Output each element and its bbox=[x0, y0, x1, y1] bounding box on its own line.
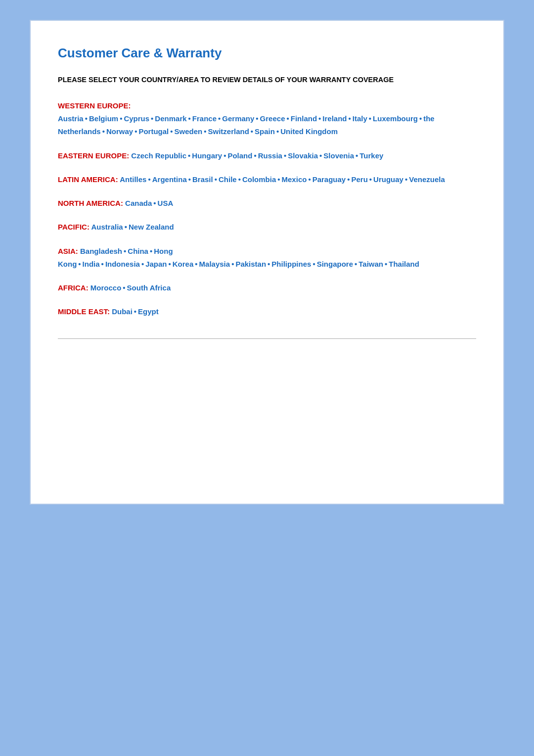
country-link-dubai[interactable]: Dubai bbox=[112, 307, 133, 316]
bullet-icon: • bbox=[238, 175, 241, 184]
country-link-pakistan[interactable]: Pakistan bbox=[235, 260, 266, 268]
country-link-malaysia[interactable]: Malaysia bbox=[199, 260, 230, 268]
bullet-icon: • bbox=[169, 260, 171, 268]
country-link-finland[interactable]: Finland bbox=[291, 114, 317, 123]
region-block-asia: ASIA: Bangladesh•China•Hong Kong•India•I… bbox=[58, 245, 476, 271]
region-label-middle-east: MIDDLE EAST: bbox=[58, 307, 112, 316]
country-link-egypt[interactable]: Egypt bbox=[138, 307, 159, 316]
bullet-icon: • bbox=[385, 260, 387, 268]
country-link-portugal[interactable]: Portugal bbox=[138, 127, 169, 136]
country-link-morocco[interactable]: Morocco bbox=[90, 284, 122, 292]
bullet-icon: • bbox=[215, 175, 217, 184]
region-label-western-europe: WESTERN EUROPE: bbox=[58, 101, 131, 110]
bullet-icon: • bbox=[286, 114, 289, 123]
country-link-united-kingdom[interactable]: United Kingdom bbox=[280, 127, 338, 136]
bullet-icon: • bbox=[276, 127, 279, 136]
country-link-spain[interactable]: Spain bbox=[255, 127, 275, 136]
country-link-mexico[interactable]: Mexico bbox=[282, 175, 307, 184]
country-link-paraguay[interactable]: Paraguay bbox=[312, 175, 346, 184]
bullet-icon: • bbox=[267, 260, 270, 268]
region-label-asia: ASIA: bbox=[58, 247, 80, 255]
country-link-antilles[interactable]: Antilles bbox=[120, 175, 146, 184]
country-link-korea[interactable]: Korea bbox=[173, 260, 194, 268]
region-label-north-america: NORTH AMERICA: bbox=[58, 199, 125, 207]
bullet-icon: • bbox=[312, 260, 315, 268]
country-link-czech-republic[interactable]: Czech Republic bbox=[131, 151, 186, 160]
country-link-argentina[interactable]: Argentina bbox=[152, 175, 187, 184]
country-link-philippines[interactable]: Philippines bbox=[271, 260, 311, 268]
country-link-slovenia[interactable]: Slovenia bbox=[323, 151, 354, 160]
bullet-icon: • bbox=[355, 260, 357, 268]
country-link-luxembourg[interactable]: Luxembourg bbox=[373, 114, 418, 123]
bullet-icon: • bbox=[120, 114, 122, 123]
bullet-icon: • bbox=[277, 175, 280, 184]
region-block-africa: AFRICA: Morocco•South Africa bbox=[58, 282, 476, 294]
country-link-cyprus[interactable]: Cyprus bbox=[124, 114, 149, 123]
country-link-japan[interactable]: Japan bbox=[145, 260, 167, 268]
bullet-icon: • bbox=[101, 260, 104, 268]
bullet-icon: • bbox=[308, 175, 311, 184]
bullet-icon: • bbox=[284, 151, 286, 160]
bullet-icon: • bbox=[356, 151, 358, 160]
bullet-icon: • bbox=[349, 114, 351, 123]
country-link-peru[interactable]: Peru bbox=[351, 175, 367, 184]
country-link-belgium[interactable]: Belgium bbox=[89, 114, 118, 123]
bullet-icon: • bbox=[85, 114, 88, 123]
country-link-switzerland[interactable]: Switzerland bbox=[208, 127, 249, 136]
country-link-sweden[interactable]: Sweden bbox=[175, 127, 203, 136]
bullet-icon: • bbox=[405, 175, 407, 184]
country-link-colombia[interactable]: Colombia bbox=[242, 175, 276, 184]
country-link-uruguay[interactable]: Uruguay bbox=[373, 175, 403, 184]
bullet-icon: • bbox=[231, 260, 234, 268]
bullet-icon: • bbox=[170, 127, 173, 136]
country-link-south-africa[interactable]: South Africa bbox=[127, 284, 171, 292]
region-block-pacific: PACIFIC: Australia•New Zealand bbox=[58, 221, 476, 234]
country-link-greece[interactable]: Greece bbox=[260, 114, 285, 123]
bullet-icon: • bbox=[188, 114, 191, 123]
country-link-italy[interactable]: Italy bbox=[353, 114, 367, 123]
main-card: Customer Care & Warranty PLEASE SELECT Y… bbox=[30, 20, 504, 505]
country-link-australia[interactable]: Australia bbox=[91, 223, 123, 231]
country-link-hungary[interactable]: Hungary bbox=[192, 151, 222, 160]
country-link-taiwan[interactable]: Taiwan bbox=[358, 260, 383, 268]
bullet-icon: • bbox=[218, 114, 221, 123]
country-link-chile[interactable]: Chile bbox=[219, 175, 237, 184]
region-block-middle-east: MIDDLE EAST: Dubai•Egypt bbox=[58, 305, 476, 318]
country-link-india[interactable]: India bbox=[83, 260, 100, 268]
bullet-icon: • bbox=[319, 151, 322, 160]
country-link-poland[interactable]: Poland bbox=[227, 151, 252, 160]
country-link-russia[interactable]: Russia bbox=[258, 151, 282, 160]
country-link-usa[interactable]: USA bbox=[158, 199, 174, 207]
country-link-thailand[interactable]: Thailand bbox=[389, 260, 419, 268]
bullet-icon: • bbox=[256, 114, 258, 123]
bullet-icon: • bbox=[124, 247, 126, 255]
country-link-slovakia[interactable]: Slovakia bbox=[288, 151, 318, 160]
country-link-turkey[interactable]: Turkey bbox=[359, 151, 383, 160]
country-link-venezuela[interactable]: Venezuela bbox=[409, 175, 445, 184]
country-link-norway[interactable]: Norway bbox=[106, 127, 133, 136]
country-link-china[interactable]: China bbox=[128, 247, 148, 255]
country-link-singapore[interactable]: Singapore bbox=[317, 260, 353, 268]
bullet-icon: • bbox=[150, 247, 152, 255]
region-block-latin-america: LATIN AMERICA: Antilles•Argentina•Brasil… bbox=[58, 173, 476, 186]
country-link-new-zealand[interactable]: New Zealand bbox=[129, 223, 174, 231]
bullet-icon: • bbox=[188, 151, 190, 160]
bullet-icon: • bbox=[153, 199, 156, 207]
bullet-icon: • bbox=[123, 284, 125, 292]
country-link-canada[interactable]: Canada bbox=[125, 199, 152, 207]
bullet-icon: • bbox=[102, 127, 105, 136]
bullet-icon: • bbox=[151, 114, 153, 123]
bullet-icon: • bbox=[195, 260, 197, 268]
region-label-africa: AFRICA: bbox=[58, 284, 90, 292]
country-link-germany[interactable]: Germany bbox=[222, 114, 254, 123]
country-link-austria[interactable]: Austria bbox=[58, 114, 84, 123]
country-link-bangladesh[interactable]: Bangladesh bbox=[80, 247, 122, 255]
country-link-brasil[interactable]: Brasil bbox=[192, 175, 213, 184]
country-link-ireland[interactable]: Ireland bbox=[322, 114, 347, 123]
country-link-indonesia[interactable]: Indonesia bbox=[105, 260, 140, 268]
country-link-denmark[interactable]: Denmark bbox=[155, 114, 186, 123]
region-block-eastern-europe: EASTERN EUROPE: Czech Republic•Hungary•P… bbox=[58, 149, 476, 162]
bullet-icon: • bbox=[78, 260, 81, 268]
country-link-france[interactable]: France bbox=[192, 114, 217, 123]
region-label-latin-america: LATIN AMERICA: bbox=[58, 175, 120, 184]
